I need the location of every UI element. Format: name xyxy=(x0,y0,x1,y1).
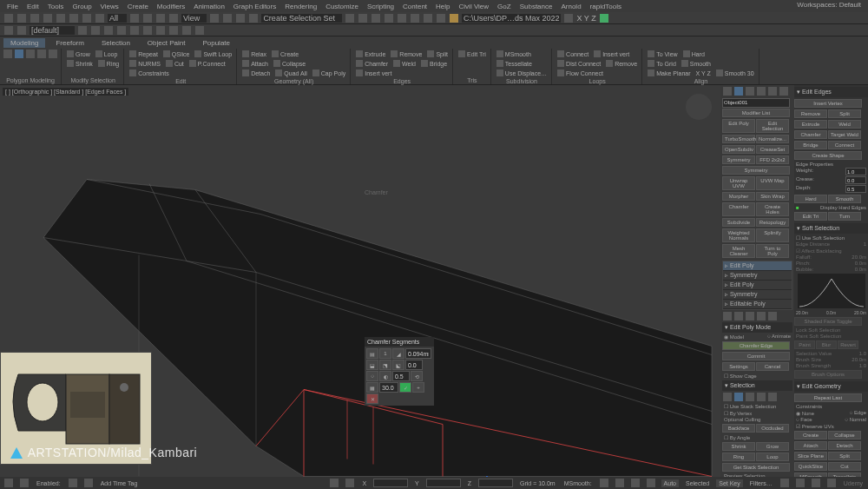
constraints-button[interactable]: Constraints xyxy=(128,69,170,77)
create-button[interactable]: Create xyxy=(270,50,300,58)
tool-icon[interactable] xyxy=(156,26,165,35)
unlink-icon[interactable] xyxy=(43,14,52,23)
shrink-button[interactable]: Shrink xyxy=(722,442,755,451)
ring-button[interactable]: Ring xyxy=(722,453,755,461)
move-icon[interactable] xyxy=(130,14,139,23)
paint-button[interactable]: Paint xyxy=(794,340,815,349)
caddy-segments-icon[interactable]: 1 xyxy=(379,348,391,359)
symmetry-modifier-button[interactable]: Symmetry xyxy=(722,155,755,164)
menu-views[interactable]: Views xyxy=(97,3,122,10)
lock-selection-icon[interactable] xyxy=(345,479,354,487)
polygon-mode-icon[interactable] xyxy=(37,50,46,58)
menu-arnold[interactable]: Arnold xyxy=(557,3,584,10)
editgeo-section[interactable]: ▾ Edit Geometry xyxy=(794,381,868,392)
key-prev-icon[interactable] xyxy=(631,479,640,487)
remove-edge-button[interactable]: Remove xyxy=(794,109,827,118)
utilities-tab-icon[interactable] xyxy=(779,87,788,96)
rendersetup-icon[interactable] xyxy=(424,14,432,23)
qslice-button[interactable]: QSlice xyxy=(161,50,192,58)
smooth-edge-button[interactable]: Smooth xyxy=(828,195,861,203)
attach-button[interactable]: Attach xyxy=(240,59,270,68)
anglesnap-icon[interactable] xyxy=(223,14,232,23)
blur-button[interactable]: Blur xyxy=(816,340,837,349)
ring-button[interactable]: Ring xyxy=(96,59,121,68)
loop-button[interactable]: Loop xyxy=(94,50,120,58)
edittri-button[interactable]: Edit Tri xyxy=(794,212,827,221)
depth-input[interactable] xyxy=(845,185,866,193)
subdivide-modifier-button[interactable]: Subdivide xyxy=(722,218,755,227)
tool-icon[interactable] xyxy=(143,26,152,35)
caddy-depth-icon[interactable]: ⬔ xyxy=(379,360,391,370)
caddy-amount-input[interactable] xyxy=(405,348,431,359)
shrink-button[interactable]: Shrink xyxy=(65,59,95,68)
edge-mode-icon[interactable] xyxy=(15,50,23,58)
weight-input[interactable] xyxy=(845,168,866,175)
viewcube[interactable] xyxy=(686,94,712,120)
sel-border-icon[interactable] xyxy=(746,393,754,401)
menu-modifiers[interactable]: Modifiers xyxy=(154,3,188,10)
tool-icon[interactable] xyxy=(182,26,191,35)
caddy-quad-icon[interactable]: ▦ xyxy=(366,382,378,393)
caddy-open-icon[interactable]: ◐ xyxy=(379,371,391,381)
caddy-tension-input[interactable] xyxy=(405,360,423,370)
morpher-modifier-button[interactable]: Morpher xyxy=(722,192,755,201)
smooth30-button[interactable]: Smooth 30 xyxy=(714,69,756,77)
viewport[interactable]: [ ] [Orthographic ] [Standard ] [Edged F… xyxy=(0,85,720,477)
nurms-button[interactable]: NURMS xyxy=(128,59,162,68)
detach-button[interactable]: Detach xyxy=(240,69,272,77)
y-input[interactable] xyxy=(426,479,461,487)
caddy-ok-icon[interactable]: ✓ xyxy=(399,382,411,393)
menu-civilview[interactable]: Civil View xyxy=(456,3,493,10)
configure-icon[interactable] xyxy=(768,312,777,320)
cut-geo-button[interactable]: Cut xyxy=(828,462,861,471)
selection-section[interactable]: ▾ Selection xyxy=(722,380,792,391)
chamferedge-button[interactable]: Chamfer Edge xyxy=(722,341,790,350)
caddy-depth-input[interactable] xyxy=(392,371,410,381)
flowconnect-button[interactable]: Flow Connect xyxy=(556,69,605,77)
motion-tab-icon[interactable] xyxy=(757,87,766,96)
create-tab-icon[interactable] xyxy=(723,87,732,96)
editpoly-modifier-button[interactable]: Edit Poly xyxy=(722,119,755,133)
selection-filter-dropdown[interactable]: All xyxy=(108,14,127,23)
menu-file[interactable]: File xyxy=(3,3,22,10)
stack-editablepoly[interactable]: ▹ Editable Poly xyxy=(723,300,792,309)
hierarchy-tab-icon[interactable] xyxy=(746,87,754,96)
tool-icon[interactable] xyxy=(169,26,178,35)
insertvertex-button[interactable]: Insert Vertex xyxy=(794,99,862,108)
sel-vertex-icon[interactable] xyxy=(723,393,732,401)
select-icon[interactable] xyxy=(56,14,65,23)
menu-scripting[interactable]: Scripting xyxy=(364,3,398,10)
menu-group[interactable]: Group xyxy=(69,3,95,10)
retopo-modifier-button[interactable]: Retopology xyxy=(756,218,789,227)
tool-icon[interactable] xyxy=(104,26,113,35)
brushoptions-button[interactable]: Brush Options xyxy=(794,370,862,379)
redo-icon[interactable] xyxy=(17,14,26,23)
bridge-button[interactable]: Bridge xyxy=(419,59,449,68)
x-input[interactable] xyxy=(373,479,408,487)
play-icon[interactable] xyxy=(615,479,624,487)
pin-stack-icon[interactable] xyxy=(723,312,732,320)
selection-set-dropdown[interactable]: Create Selection Set xyxy=(261,14,342,23)
turn-button[interactable]: Turn xyxy=(828,212,861,221)
tab-objectpaint[interactable]: Object Paint xyxy=(141,38,193,48)
curveeditor-icon[interactable] xyxy=(385,14,393,23)
align-icon[interactable] xyxy=(358,14,367,23)
spinnersnap-icon[interactable] xyxy=(249,14,258,23)
sel-polygon-icon[interactable] xyxy=(757,393,766,401)
unique-icon[interactable] xyxy=(746,312,754,320)
tool-icon[interactable] xyxy=(117,26,126,35)
bridge-edge-button[interactable]: Bridge xyxy=(794,141,827,149)
mirror-icon[interactable] xyxy=(345,14,354,23)
toview-button[interactable]: To View xyxy=(646,50,679,58)
axis-xy-icon[interactable] xyxy=(600,14,608,23)
select-rect-icon[interactable] xyxy=(69,14,78,23)
tab-freeform[interactable]: Freeform xyxy=(49,38,90,48)
display-tab-icon[interactable] xyxy=(768,87,777,96)
quickslice-button[interactable]: QuickSlice xyxy=(794,462,827,471)
caddy-apply-icon[interactable]: + xyxy=(412,382,424,393)
scale-icon[interactable] xyxy=(156,14,165,23)
weld-button[interactable]: Weld xyxy=(391,59,418,68)
setkey-button[interactable]: Set Key xyxy=(716,479,743,487)
shadedface-button[interactable]: Shaded Face Toggle xyxy=(794,317,862,326)
tool-icon[interactable] xyxy=(17,26,26,35)
